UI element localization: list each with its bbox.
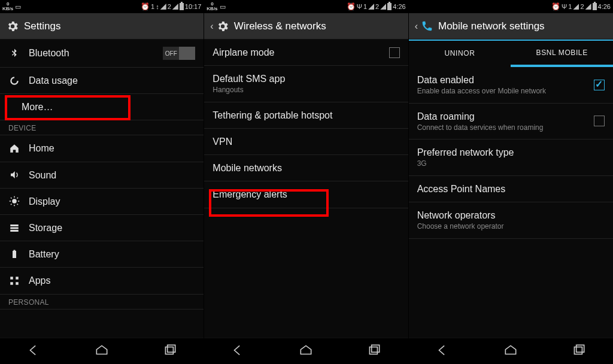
row-sound[interactable]: Sound (0, 162, 204, 189)
section-device: DEVICE (0, 120, 204, 135)
sound-icon (8, 169, 20, 180)
svg-rect-15 (576, 345, 584, 352)
apn-label: Access Point Names (417, 183, 605, 195)
battery-icon (8, 249, 20, 260)
back-caret-icon[interactable]: ‹ (415, 21, 418, 32)
screenshot-icon: ▭ (220, 3, 226, 11)
row-mobile-networks[interactable]: Mobile networks (204, 155, 408, 181)
section-personal: PERSONAL (0, 295, 204, 310)
sim-tabs: UNINOR BSNL MOBILE (409, 41, 613, 67)
nav-home-icon[interactable] (298, 342, 314, 360)
dr-label: Data roaming (417, 111, 585, 122)
alerts-label: Emergency alerts (213, 189, 399, 200)
display-label: Display (29, 196, 195, 207)
sound-label: Sound (29, 169, 195, 181)
sim1-label: 1 (363, 3, 367, 10)
row-apn[interactable]: Access Point Names (409, 176, 613, 202)
de-sub: Enable data access over Mobile network (417, 87, 585, 95)
row-battery[interactable]: Battery (0, 241, 204, 268)
bluetooth-label: Bluetooth (29, 47, 154, 59)
battery-icon (593, 3, 597, 10)
header-title: Mobile network settings (438, 20, 545, 32)
row-alerts[interactable]: Emergency alerts (204, 181, 408, 208)
header-title: Wireless & networks (234, 20, 326, 32)
screen-mobile-network: ⏰ Ψ 1 2 4:26 ‹ Mobile network settings U… (409, 0, 613, 364)
settings-gear-icon[interactable] (216, 20, 229, 33)
row-home[interactable]: Home (0, 135, 204, 162)
svg-rect-9 (16, 282, 19, 285)
svg-rect-10 (165, 347, 173, 354)
nav-recent-icon[interactable] (571, 342, 587, 360)
row-apps[interactable]: Apps (0, 268, 204, 294)
dr-sub: Connect to data services when roaming (417, 123, 585, 132)
more-label: More… (22, 101, 195, 113)
dr-checkbox[interactable] (594, 116, 605, 126)
storage-label: Storage (29, 222, 195, 233)
signal1-icon (573, 4, 579, 10)
row-sms[interactable]: Default SMS app Hangouts (204, 66, 408, 102)
nav-home-icon[interactable] (503, 342, 518, 360)
nav-recent-icon[interactable] (162, 342, 178, 360)
svg-rect-12 (369, 347, 377, 354)
apps-label: Apps (29, 275, 195, 286)
sim2-label: 2 (168, 3, 171, 10)
row-tether[interactable]: Tethering & portable hotspot (204, 102, 408, 129)
de-label: Data enabled (417, 74, 585, 86)
tab-bsnl[interactable]: BSNL MOBILE (511, 41, 613, 67)
row-data-roaming[interactable]: Data roaming Connect to data services wh… (409, 104, 613, 140)
tab-uninor[interactable]: UNINOR (409, 41, 511, 67)
row-display[interactable]: Display (0, 189, 204, 215)
tether-label: Tethering & portable hotspot (213, 110, 399, 121)
row-vpn[interactable]: VPN (204, 129, 408, 155)
wireless-list[interactable]: Airplane mode Default SMS app Hangouts T… (204, 40, 408, 338)
settings-list[interactable]: Bluetooth OFF Data usage More… DEVICE Ho… (0, 40, 204, 338)
bluetooth-toggle[interactable]: OFF (163, 47, 195, 60)
sim2-label: 2 (580, 3, 584, 10)
row-data-enabled[interactable]: Data enabled Enable data access over Mob… (409, 67, 613, 104)
nav-recent-icon[interactable] (366, 342, 382, 360)
svg-rect-11 (167, 345, 175, 352)
row-data-usage[interactable]: Data usage (0, 68, 204, 94)
op-label: Network operators (417, 210, 605, 221)
svg-point-0 (12, 199, 17, 204)
mobile-list[interactable]: Data enabled Enable data access over Mob… (409, 67, 613, 338)
sim2-label: 2 (375, 3, 379, 10)
airplane-label: Airplane mode (213, 47, 380, 58)
alarm-icon: ⏰ (347, 2, 356, 11)
row-airplane[interactable]: Airplane mode (204, 40, 408, 66)
data-usage-icon (8, 75, 20, 86)
home-icon (8, 143, 20, 154)
screen-settings: 0KB/s ▭ ⏰ 1 ↕ 2 10:17 Settings (0, 0, 204, 364)
airplane-checkbox[interactable] (389, 47, 400, 58)
op-sub: Choose a network operator (417, 222, 605, 230)
mobile-label: Mobile networks (213, 162, 399, 174)
battery-label: Battery (29, 248, 195, 260)
home-label: Home (29, 142, 195, 154)
header: ‹ Mobile network settings (409, 13, 613, 40)
row-operators[interactable]: Network operators Choose a network opera… (409, 202, 613, 239)
svg-rect-6 (10, 277, 13, 280)
nav-back-icon[interactable] (26, 342, 42, 360)
svg-rect-4 (13, 251, 16, 258)
row-storage[interactable]: Storage (0, 215, 204, 241)
data-usage-label: Data usage (29, 75, 195, 86)
nav-bar (409, 338, 613, 364)
svg-rect-7 (16, 277, 19, 280)
row-pref-net[interactable]: Preferred network type 3G (409, 139, 613, 176)
phone-icon[interactable] (420, 20, 433, 33)
nav-bar (0, 338, 204, 364)
alarm-icon: ⏰ (141, 2, 150, 11)
nav-home-icon[interactable] (94, 342, 110, 360)
clock-label: 4:26 (393, 3, 405, 10)
row-more[interactable]: More… (0, 94, 204, 120)
status-bar: ⏰ Ψ 1 2 4:26 (409, 0, 613, 13)
nav-bar (204, 338, 408, 364)
nav-back-icon[interactable] (230, 342, 246, 360)
back-caret-icon[interactable]: ‹ (210, 21, 213, 32)
row-bluetooth[interactable]: Bluetooth OFF (0, 40, 204, 68)
apps-icon (8, 275, 20, 286)
de-checkbox[interactable] (594, 80, 605, 90)
nav-back-icon[interactable] (435, 342, 451, 360)
net-speed-icon: 0KB/s (2, 2, 13, 11)
sms-sub: Hangouts (213, 86, 399, 94)
